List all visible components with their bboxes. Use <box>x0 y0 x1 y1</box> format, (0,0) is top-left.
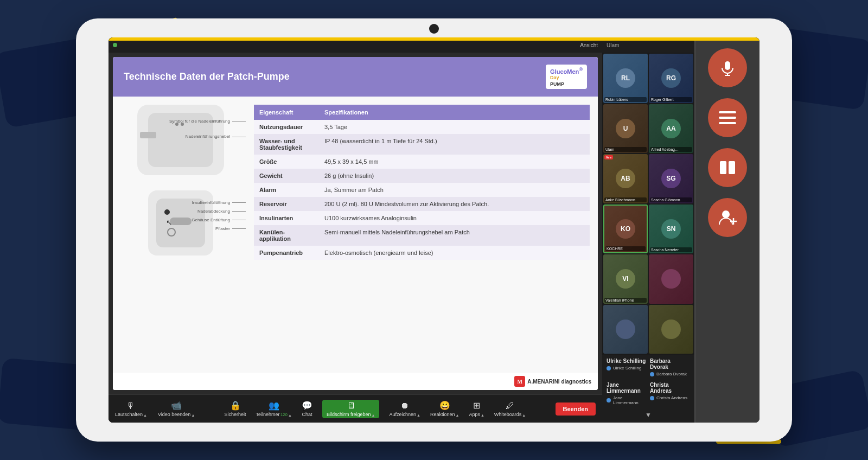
participant-name-christa: Christa Andreas <box>656 395 687 400</box>
presentation-topbar: Ansicht <box>108 37 602 53</box>
table-row: Gewicht26 g (ohne Insulin) <box>254 169 590 183</box>
logo-gluco: GlucoMen® <box>550 68 583 75</box>
table-row: Wasser- und StaubfestigkeitIP 48 (wasser… <box>254 134 590 155</box>
security-icon: 🔒 <box>230 400 241 411</box>
video-cell[interactable]: RLRobin Lübers <box>603 54 648 103</box>
pump-label-1: Symbol für die Nadeleinführung <box>169 118 246 125</box>
video-cell[interactable]: ABliveAnke Büschmann <box>603 154 648 203</box>
toolbar-center-section: 🔒 Sicherheit 👥 Teilnehmer 120 ▲ <box>195 400 555 418</box>
share-caret: ▲ <box>371 413 375 417</box>
video-avatar: U <box>616 119 635 138</box>
apps-button[interactable]: ⊞ Apps ▲ <box>469 400 484 417</box>
mute-button[interactable]: 🎙 Lautschalten ▲ <box>115 401 147 417</box>
zoom-main-layout: Ansicht Technische Daten der Patch-Pumpe… <box>108 37 760 423</box>
scroll-indicator[interactable]: ▼ <box>607 410 690 419</box>
reactions-button[interactable]: 😀 Reaktionen ▲ <box>430 400 459 417</box>
whiteboards-button[interactable]: 🖊 Whiteboards ▲ <box>494 401 526 417</box>
check-jane <box>607 398 611 403</box>
video-avatar: VI <box>616 269 635 289</box>
video-cell[interactable] <box>603 305 648 354</box>
book-control-button[interactable] <box>708 148 747 187</box>
video-participant-name: KOCHRE <box>605 246 646 251</box>
table-row: Reservoir200 U (2 ml). 80 U Mindestvolum… <box>254 197 590 211</box>
video-cell[interactable]: VIValentian iPhone <box>603 254 648 304</box>
video-participant-name: Anke Büschmann <box>604 197 647 202</box>
participant-name-barbara: Barbara Dvorak <box>656 372 687 376</box>
table-cell-value: 26 g (ohne Insulin) <box>319 169 590 183</box>
tablet-screen: Ansicht Technische Daten der Patch-Pumpe… <box>108 37 760 423</box>
check-barbara <box>650 372 654 376</box>
video-participant-name: Sascha Glömann <box>650 197 692 202</box>
table-row: Nutzungsdauer3,5 Tage <box>254 120 590 134</box>
participant-group-barbara: Barbara Dvorak Barbara Dvorak <box>650 358 690 379</box>
pump-label-4: Nadelabdeckung <box>192 207 246 216</box>
pump-diagram: Symbol für die Nadeleinführung Nadeleinf… <box>121 105 246 365</box>
table-cell-value: Elektro-osmotisch (energiearm und leise) <box>319 246 590 260</box>
reactions-caret: ▲ <box>455 413 459 417</box>
end-meeting-button[interactable]: Beenden <box>556 403 596 416</box>
video-cell[interactable] <box>649 254 693 304</box>
participant-count: 120 <box>280 412 288 417</box>
record-icon: ⏺ <box>400 401 409 411</box>
participant-row-jane: Jane Limmermann <box>607 395 647 405</box>
video-avatar: RG <box>661 68 681 88</box>
table-cell-property: Pumpenantrieb <box>254 246 319 260</box>
participant-label-barbara: Barbara Dvorak <box>650 358 690 370</box>
check-christa <box>650 396 654 400</box>
participant-group-christa: Christa Andreas Christa Andreas <box>650 382 690 407</box>
video-avatar: AB <box>616 169 635 188</box>
table-cell-value: 200 U (2 ml). 80 U Mindestvolumen zur Ak… <box>319 197 590 211</box>
participants-caret: ▲ <box>288 413 292 417</box>
participants-button[interactable]: 👥 Teilnehmer 120 ▲ <box>256 400 292 417</box>
video-avatar <box>661 320 681 339</box>
video-participant-name: Robin Lübers <box>604 97 647 102</box>
logo-pump: PUMP <box>550 81 564 87</box>
video-cell[interactable]: SNSascha Nerreter <box>649 205 693 254</box>
share-screen-button[interactable]: 🖥 Bildschirm freigeben ▲ <box>322 400 379 418</box>
table-header-property: Eigenschaft <box>254 105 319 120</box>
pump-dot <box>164 209 170 215</box>
video-cell[interactable]: RGRoger Gilbert <box>649 54 693 103</box>
video-avatar <box>661 269 681 289</box>
video-avatar: KO <box>616 219 635 239</box>
slide-container: Technische Daten der Patch-Pumpe GlucoMe… <box>113 57 598 390</box>
video-cell[interactable]: KOKOCHRE <box>603 205 648 254</box>
pump-connector <box>140 132 156 138</box>
video-cell[interactable]: UUlam <box>603 104 648 154</box>
table-row: InsulinartenU100 kurzwirksames Analogins… <box>254 211 590 225</box>
table-cell-property: Kanülen-applikation <box>254 225 319 246</box>
participant-row-ulrike: Ulrike Schilling <box>607 366 647 370</box>
svg-rect-7 <box>729 161 735 174</box>
participant-group-jane: Jane Limmermann Jane Limmermann <box>607 382 647 407</box>
record-button[interactable]: ⏺ Aufzeichnen ▲ <box>389 401 420 417</box>
pump-circle <box>167 228 176 237</box>
video-cell[interactable]: AAAlfred Adebag… <box>649 104 693 154</box>
zoom-toolbar: 🎙 Lautschalten ▲ 📹 Video beenden ▲ <box>108 394 602 423</box>
svg-point-9 <box>722 210 730 218</box>
table-cell-property: Größe <box>254 155 319 169</box>
pump-label-2: Nadeleinführungshebel <box>169 133 246 140</box>
video-avatar <box>616 320 635 339</box>
table-cell-property: Nutzungsdauer <box>254 120 319 134</box>
chat-button[interactable]: 💬 Chat <box>302 400 312 417</box>
presentation-area: Ansicht Technische Daten der Patch-Pumpe… <box>108 37 602 423</box>
slide-title: Technische Daten der Patch-Pumpe <box>124 71 290 82</box>
list-control-button[interactable] <box>708 98 747 137</box>
video-cell[interactable]: SGSascha Glömann <box>649 154 693 203</box>
pump-label-3: Insulineinfüllöffnung <box>192 199 246 207</box>
security-button[interactable]: 🔒 Sicherheit <box>225 400 246 417</box>
video-cell[interactable] <box>649 305 693 354</box>
book-svg-icon <box>719 160 736 175</box>
spec-table: Eigenschaft Spezifikationen Nutzungsdaue… <box>254 105 590 260</box>
add-user-control-button[interactable] <box>708 198 747 237</box>
participant-name-ulrike: Ulrike Schilling <box>613 366 641 370</box>
participant-row-barbara: Barbara Dvorak <box>650 372 690 376</box>
video-icon: 📹 <box>171 400 182 411</box>
list-svg-icon <box>719 110 736 125</box>
table-row: PumpenantriebElektro-osmotisch (energiea… <box>254 246 590 260</box>
participants-grid: Ulrike Schilling Ulrike Schilling Barbar… <box>607 358 690 407</box>
participants-icon: 👥 <box>269 400 279 411</box>
mic-control-button[interactable] <box>708 48 747 87</box>
tablet-device: Ansicht Technische Daten der Patch-Pumpe… <box>76 18 792 442</box>
video-button[interactable]: 📹 Video beenden ▲ <box>158 400 195 417</box>
